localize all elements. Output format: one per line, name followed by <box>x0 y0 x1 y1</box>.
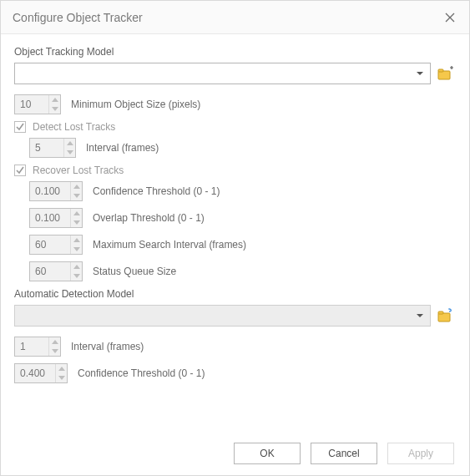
auto-detect-model-row <box>14 305 456 327</box>
min-object-size-spinner[interactable] <box>14 94 61 114</box>
close-button[interactable] <box>439 7 461 28</box>
auto-interval-spinner[interactable] <box>14 337 61 357</box>
titlebar: Configure Object Tracker <box>1 1 469 34</box>
recover-statusq-spinner[interactable] <box>29 261 83 281</box>
check-icon <box>16 166 24 175</box>
spin-up-button[interactable] <box>56 364 67 373</box>
tracking-model-dropdown[interactable] <box>14 63 431 84</box>
svg-rect-3 <box>438 311 443 314</box>
auto-conf-spinner[interactable] <box>14 363 68 383</box>
detect-lost-checkbox[interactable] <box>14 121 26 133</box>
spin-up-button[interactable] <box>71 182 82 191</box>
folder-open-icon <box>437 308 454 323</box>
dialog-title: Configure Object Tracker <box>13 11 143 24</box>
detect-interval-input[interactable] <box>30 139 63 157</box>
spin-buttons <box>55 364 67 382</box>
recover-overlap-row: Overlap Threshold (0 - 1) <box>29 208 456 228</box>
recover-statusq-row: Status Queue Size <box>29 261 456 281</box>
auto-interval-label: Interval (frames) <box>71 341 144 352</box>
model-plus-icon <box>437 66 454 81</box>
spin-down-button[interactable] <box>71 218 82 227</box>
detect-interval-row: Interval (frames) <box>14 138 456 158</box>
spin-down-button[interactable] <box>71 191 82 200</box>
spin-down-button[interactable] <box>49 347 60 356</box>
auto-conf-row: Confidence Threshold (0 - 1) <box>14 363 456 383</box>
auto-interval-row: Interval (frames) <box>14 337 456 357</box>
auto-conf-input[interactable] <box>15 364 55 382</box>
tracking-model-label: Object Tracking Model <box>14 46 456 58</box>
svg-rect-1 <box>438 69 443 72</box>
recover-conf-label: Confidence Threshold (0 - 1) <box>93 185 220 197</box>
spin-up-button[interactable] <box>71 235 82 245</box>
detect-lost-label: Detect Lost Tracks <box>33 121 115 133</box>
dialog-body: Object Tracking Model <box>1 34 469 432</box>
spin-buttons <box>70 262 82 281</box>
chevron-down-icon <box>417 72 423 75</box>
spin-down-button[interactable] <box>64 148 75 157</box>
recover-maxsearch-label: Maximum Search Interval (frames) <box>93 239 246 251</box>
recover-maxsearch-spinner[interactable] <box>29 235 83 255</box>
recover-statusq-input[interactable] <box>30 262 70 281</box>
tracking-model-row <box>14 63 456 84</box>
recover-lost-checkbox[interactable] <box>14 165 26 176</box>
dialog-footer: OK Cancel Apply <box>1 432 469 475</box>
spin-down-button[interactable] <box>49 104 60 114</box>
browse-detection-button[interactable] <box>436 306 456 326</box>
spin-buttons <box>70 209 82 227</box>
browse-model-button[interactable] <box>436 63 456 84</box>
spin-down-button[interactable] <box>56 373 67 382</box>
recover-conf-input[interactable] <box>30 182 70 200</box>
spin-down-button[interactable] <box>71 245 82 254</box>
recover-conf-spinner[interactable] <box>29 181 83 201</box>
ok-button[interactable]: OK <box>234 443 301 464</box>
recover-maxsearch-row: Maximum Search Interval (frames) <box>29 235 456 255</box>
recover-statusq-label: Status Queue Size <box>93 266 176 277</box>
auto-detect-dropdown[interactable] <box>14 305 431 327</box>
apply-button[interactable]: Apply <box>387 443 454 464</box>
min-object-size-label: Minimum Object Size (pixels) <box>71 99 200 110</box>
spin-up-button[interactable] <box>49 337 60 347</box>
chevron-down-icon <box>417 314 423 317</box>
recover-overlap-label: Overlap Threshold (0 - 1) <box>93 212 205 224</box>
spin-up-button[interactable] <box>71 262 82 271</box>
min-object-size-row: Minimum Object Size (pixels) <box>14 94 456 114</box>
recover-overlap-input[interactable] <box>30 209 70 227</box>
close-icon <box>445 13 455 23</box>
cancel-button[interactable]: Cancel <box>311 443 377 464</box>
dialog: Configure Object Tracker Object Tracking… <box>0 0 470 476</box>
recover-lost-row: Recover Lost Tracks <box>14 165 456 176</box>
recover-lost-label: Recover Lost Tracks <box>33 165 124 176</box>
spin-up-button[interactable] <box>71 209 82 218</box>
spin-buttons <box>70 235 82 254</box>
spin-up-button[interactable] <box>64 139 75 148</box>
detect-lost-row: Detect Lost Tracks <box>14 121 456 133</box>
recover-conf-row: Confidence Threshold (0 - 1) <box>29 181 456 201</box>
auto-interval-input[interactable] <box>15 337 48 356</box>
spin-buttons <box>63 139 75 157</box>
spin-buttons <box>70 182 82 200</box>
spin-down-button[interactable] <box>71 271 82 281</box>
recover-overlap-spinner[interactable] <box>29 208 83 228</box>
detect-interval-spinner[interactable] <box>29 138 76 158</box>
check-icon <box>16 123 24 131</box>
auto-detect-label: Automatic Detection Model <box>14 288 456 300</box>
detect-interval-label: Interval (frames) <box>86 142 159 154</box>
recover-maxsearch-input[interactable] <box>30 235 70 254</box>
spin-buttons <box>48 337 60 356</box>
auto-conf-label: Confidence Threshold (0 - 1) <box>78 367 205 379</box>
spin-buttons <box>48 95 60 114</box>
spin-up-button[interactable] <box>49 95 60 104</box>
min-object-size-input[interactable] <box>15 95 48 114</box>
recover-lost-group: Confidence Threshold (0 - 1) Overlap Thr… <box>14 181 456 281</box>
